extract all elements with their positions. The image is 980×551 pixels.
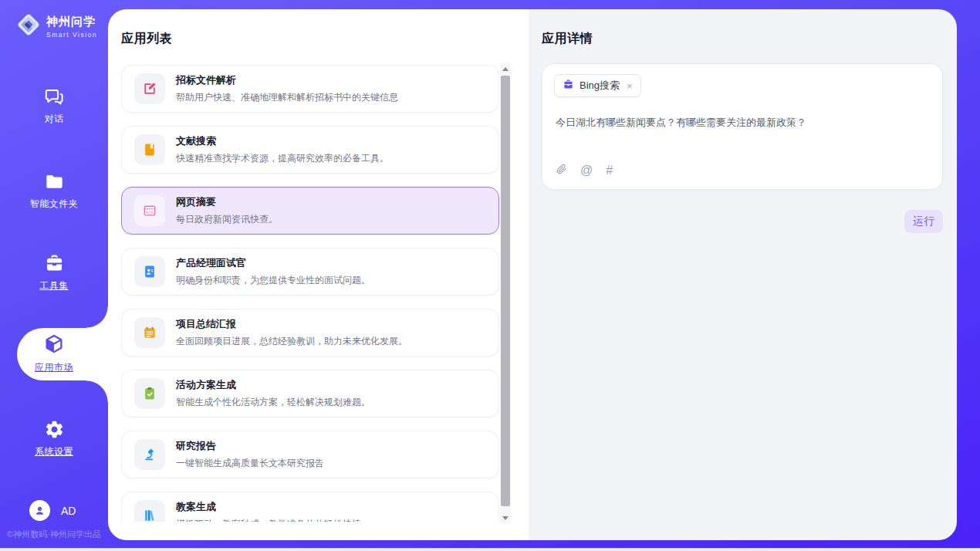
app-card-research-report[interactable]: 研究报告 一键智能生成高质量长文本研究报告 xyxy=(121,431,499,478)
scrollbar-up-arrow[interactable] xyxy=(500,63,511,74)
sidebar-item-app-market[interactable]: 应用市场 xyxy=(0,333,108,374)
app-detail-panel: 应用详情 Bing搜索 × 今日湖北有哪些新闻要点？有哪些需要关注的最新政策？ … xyxy=(529,9,957,540)
sidebar-item-label: 智能文件夹 xyxy=(30,198,79,211)
resume-person-icon xyxy=(134,256,165,287)
app-list-title: 应用列表 xyxy=(121,31,172,47)
briefcase-icon xyxy=(563,79,574,93)
input-toolbar: @ # xyxy=(556,163,613,178)
card-title: 教案生成 xyxy=(176,500,361,514)
user-account[interactable]: AD xyxy=(29,500,76,521)
brand-subtitle: Smart Vision xyxy=(46,31,97,39)
app-card-bid-analysis[interactable]: 招标文件解析 帮助用户快速、准确地理解和解析招标书中的关键信息 xyxy=(121,65,499,113)
svg-text:</>: </> xyxy=(146,210,154,215)
browser-code-icon: </> xyxy=(134,195,165,226)
card-desc: 一键智能生成高质量长文本研究报告 xyxy=(176,457,324,470)
gear-icon xyxy=(0,419,108,440)
mention-icon[interactable]: @ xyxy=(580,164,593,177)
cube-icon xyxy=(0,333,108,356)
scrollbar-down-arrow[interactable] xyxy=(500,512,511,523)
content-shell: 应用列表 招标文件解析 帮助用户快速、准确地理解和解析招标书中的关键信息 文献搜… xyxy=(108,9,957,540)
card-title: 网页摘要 xyxy=(176,195,278,209)
sidebar-item-label: 应用市场 xyxy=(35,361,73,374)
app-card-literature-search[interactable]: 文献搜索 快速精准查找学术资源，提高研究效率的必备工具。 xyxy=(121,126,499,174)
sidebar-item-chat[interactable]: 对话 xyxy=(0,86,108,126)
tag-label: Bing搜索 xyxy=(580,79,620,93)
app-card-project-summary[interactable]: 项目总结汇报 全面回顾项目进展，总结经验教训，助力未来优化发展。 xyxy=(121,309,499,357)
app-list-scrollbar[interactable] xyxy=(500,63,511,523)
card-title: 项目总结汇报 xyxy=(176,317,407,331)
card-title: 招标文件解析 xyxy=(176,73,398,87)
card-desc: 快速精准查找学术资源，提高研究效率的必备工具。 xyxy=(176,152,389,165)
app-card-list: 招标文件解析 帮助用户快速、准确地理解和解析招标书中的关键信息 文献搜索 快速精… xyxy=(121,65,499,522)
card-desc: 全面回顾项目进展，总结经验教训，助力未来优化发展。 xyxy=(176,335,407,348)
toolbox-icon xyxy=(0,253,108,274)
tag-close-icon[interactable]: × xyxy=(627,80,633,92)
microscope-icon xyxy=(134,439,165,470)
brand-logo: 神州问学 Smart Vision xyxy=(15,11,97,42)
attachment-icon[interactable] xyxy=(556,163,567,178)
diamond-logo-icon xyxy=(15,11,42,42)
user-initials: AD xyxy=(61,505,76,517)
folder-icon xyxy=(0,171,108,192)
scrollbar-thumb[interactable] xyxy=(501,76,510,506)
memo-note-icon xyxy=(134,317,165,348)
avatar xyxy=(29,500,50,521)
prompt-question-text[interactable]: 今日湖北有哪些新闻要点？有哪些需要关注的最新政策？ xyxy=(556,115,930,130)
sidebar-item-label: 对话 xyxy=(45,113,64,126)
card-title: 活动方案生成 xyxy=(176,378,370,392)
card-desc: 每日政府新闻资讯快查。 xyxy=(176,213,278,226)
card-desc: 模板驱动，教案秒成，教学准备从此轻松快捷 xyxy=(176,518,361,522)
bing-search-tag[interactable]: Bing搜索 × xyxy=(554,74,641,97)
copyright-footer: ©神州数码·神州问学出品 xyxy=(0,529,108,540)
chat-icon xyxy=(0,86,108,107)
card-desc: 智能生成个性化活动方案，轻松解决规划难题。 xyxy=(176,396,370,409)
clipboard-check-icon xyxy=(134,378,165,409)
sidebar-item-smart-folder[interactable]: 智能文件夹 xyxy=(0,171,108,211)
sidebar: 神州问学 Smart Vision 对话 智能文件夹 工具集 应用市场 系统设置 xyxy=(0,0,108,549)
edit-document-icon xyxy=(134,73,165,104)
prompt-input-card[interactable]: Bing搜索 × 今日湖北有哪些新闻要点？有哪些需要关注的最新政策？ @ # xyxy=(542,63,943,190)
books-icon xyxy=(134,500,165,522)
app-detail-title: 应用详情 xyxy=(542,31,593,47)
app-card-pm-interviewer[interactable]: 产品经理面试官 明确身份和职责，为您提供专业性的面试问题。 xyxy=(121,248,499,296)
app-list-panel: 应用列表 招标文件解析 帮助用户快速、准确地理解和解析招标书中的关键信息 文献搜… xyxy=(108,9,529,540)
app-card-lesson-plan[interactable]: 教案生成 模板驱动，教案秒成，教学准备从此轻松快捷 xyxy=(121,492,499,522)
hash-icon[interactable]: # xyxy=(606,164,613,177)
sidebar-item-settings[interactable]: 系统设置 xyxy=(0,419,108,458)
card-desc: 明确身份和职责，为您提供专业性的面试问题。 xyxy=(176,274,370,287)
card-title: 研究报告 xyxy=(176,439,324,453)
sidebar-item-label: 工具集 xyxy=(39,279,69,292)
brand-name: 神州问学 xyxy=(46,15,97,29)
card-desc: 帮助用户快速、准确地理解和解析招标书中的关键信息 xyxy=(176,91,398,104)
sidebar-item-label: 系统设置 xyxy=(35,445,73,458)
run-button[interactable]: 运行 xyxy=(904,210,943,233)
book-icon xyxy=(134,134,165,165)
app-card-event-plan[interactable]: 活动方案生成 智能生成个性化活动方案，轻松解决规划难题。 xyxy=(121,370,499,417)
sidebar-item-toolset[interactable]: 工具集 xyxy=(0,253,108,292)
app-card-web-summary[interactable]: </> 网页摘要 每日政府新闻资讯快查。 xyxy=(121,187,499,235)
card-title: 文献搜索 xyxy=(176,134,389,148)
card-title: 产品经理面试官 xyxy=(176,256,370,270)
